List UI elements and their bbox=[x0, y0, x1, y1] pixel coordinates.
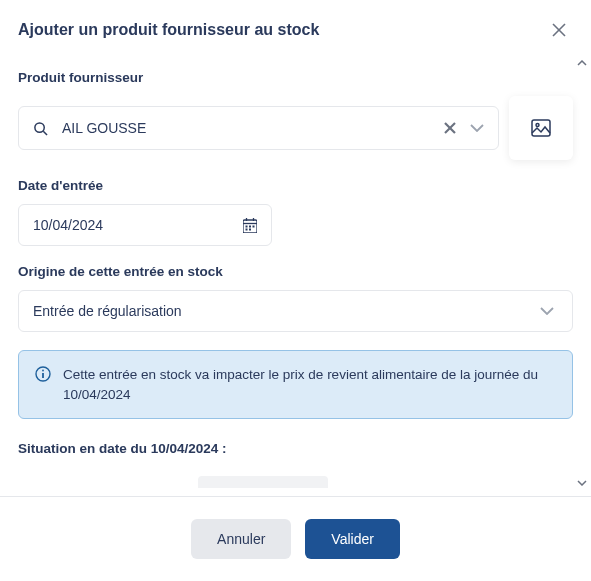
info-alert: Cette entrée en stock va impacter le pri… bbox=[18, 350, 573, 419]
chevron-up-icon bbox=[577, 60, 587, 66]
product-image-placeholder[interactable] bbox=[509, 96, 573, 160]
svg-point-19 bbox=[42, 370, 44, 372]
origin-label: Origine de cette entrée en stock bbox=[18, 264, 573, 279]
modal-title: Ajouter un produit fournisseur au stock bbox=[18, 21, 319, 39]
origin-select[interactable]: Entrée de régularisation bbox=[18, 290, 573, 332]
clear-product-button[interactable] bbox=[444, 122, 456, 134]
svg-rect-15 bbox=[246, 228, 248, 230]
calendar-icon bbox=[243, 218, 257, 233]
product-select[interactable]: AIL GOUSSE bbox=[18, 106, 499, 150]
chevron-down-icon bbox=[470, 124, 484, 132]
scroll-down-indicator[interactable] bbox=[575, 480, 589, 486]
svg-rect-6 bbox=[532, 120, 550, 136]
submit-button[interactable]: Valider bbox=[305, 519, 400, 559]
product-value: AIL GOUSSE bbox=[62, 120, 444, 136]
x-icon bbox=[444, 122, 456, 134]
modal-footer: Annuler Valider bbox=[0, 497, 591, 581]
image-icon bbox=[531, 119, 551, 137]
date-value: 10/04/2024 bbox=[33, 217, 243, 233]
close-icon bbox=[551, 22, 567, 38]
scroll-up-indicator[interactable] bbox=[575, 60, 589, 66]
chevron-down-icon bbox=[577, 480, 587, 486]
info-text: Cette entrée en stock va impacter le pri… bbox=[63, 365, 556, 404]
origin-value: Entrée de régularisation bbox=[33, 303, 536, 319]
search-icon bbox=[33, 121, 48, 136]
svg-point-7 bbox=[536, 124, 539, 127]
svg-rect-13 bbox=[249, 225, 251, 227]
product-label: Produit fournisseur bbox=[18, 70, 573, 85]
svg-point-2 bbox=[35, 122, 44, 131]
date-input[interactable]: 10/04/2024 bbox=[18, 204, 272, 246]
close-button[interactable] bbox=[545, 16, 573, 44]
svg-rect-16 bbox=[249, 228, 251, 230]
svg-rect-14 bbox=[253, 225, 255, 227]
chevron-down-icon bbox=[540, 307, 554, 315]
stock-value: 0,000 bbox=[198, 476, 328, 488]
date-label: Date d'entrée bbox=[18, 178, 573, 193]
situation-label: Situation en date du 10/04/2024 : bbox=[18, 441, 573, 456]
svg-rect-12 bbox=[246, 225, 248, 227]
cancel-button[interactable]: Annuler bbox=[191, 519, 291, 559]
info-icon bbox=[35, 366, 51, 404]
svg-line-3 bbox=[43, 131, 47, 135]
origin-dropdown-toggle[interactable] bbox=[536, 307, 558, 315]
product-dropdown-toggle[interactable] bbox=[466, 124, 488, 132]
